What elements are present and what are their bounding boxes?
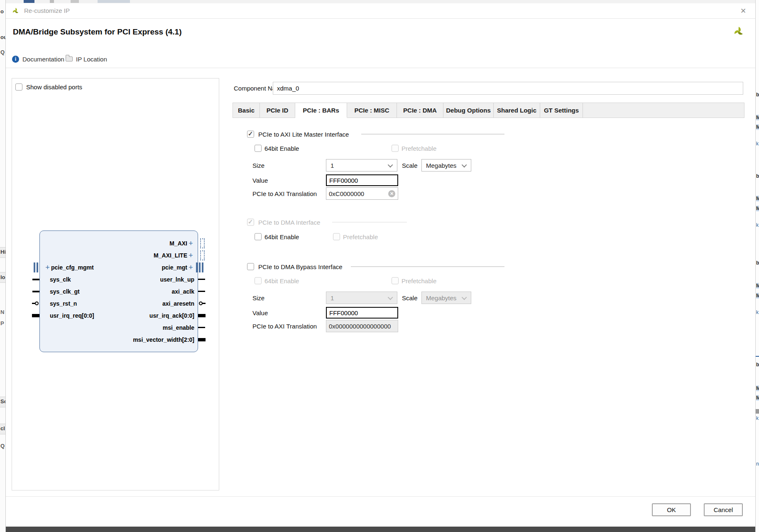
dma-bypass-size-dropdown: 1 [326, 292, 397, 304]
ip-location-button[interactable]: IP Location [66, 54, 107, 64]
ip-block-symbol: + pcie_cfg_mgmt sys_clk sys_clk_gt sys_r… [39, 230, 198, 352]
tab-debug-options[interactable]: Debug Options [443, 103, 494, 118]
component-name-input[interactable] [273, 82, 743, 95]
axi-lite-flags-row: 64bit Enable Prefetchable [233, 142, 744, 154]
axi-lite-64bit-label: 64bit Enable [264, 145, 299, 152]
page-title: DMA/Bridge Subsystem for PCI Express (4.… [13, 27, 182, 37]
close-icon[interactable]: ✕ [738, 6, 749, 16]
show-disabled-ports-checkbox[interactable] [15, 83, 22, 91]
expand-plus-icon[interactable]: + [187, 252, 194, 259]
background-text-fragment: M_ [756, 385, 759, 391]
port-label: sys_clk [50, 276, 71, 283]
dma-bypass-translation-input [326, 320, 398, 332]
tab-basic[interactable]: Basic [233, 103, 260, 118]
background-text-fragment: Hi [0, 249, 6, 255]
tab-pcie-dma[interactable]: PCIe : DMA [397, 103, 443, 118]
interface-pin-icon [34, 262, 39, 274]
dma-bypass-value-input[interactable] [326, 307, 398, 319]
port-label: usr_irq_req[0:0] [50, 312, 94, 319]
axi-lite-translation-input[interactable]: 0xC0000000 ✕ [326, 187, 398, 200]
size-label: Size [252, 294, 264, 302]
interface-pin-icon [196, 262, 205, 274]
dma-64bit-label: 64bit Enable [264, 233, 299, 240]
port-row: usr_irq_ack[0:0] [149, 311, 198, 320]
value-label: Value [252, 177, 268, 184]
port-row: usr_irq_req[0:0] [40, 311, 94, 320]
tab-pcie-id[interactable]: PCIe ID [260, 103, 295, 118]
dma-bypass-prefetchable-checkbox [392, 277, 399, 284]
background-text-fragment: M_ [756, 115, 759, 120]
tab-pcie-bars[interactable]: PCIe : BARs [295, 103, 347, 118]
pcie-to-axi-translation-label: PCIe to AXI Translation [252, 323, 317, 330]
section-rule [351, 267, 504, 267]
port-label: axi_aresetn [162, 300, 194, 307]
tab-gt-settings[interactable]: GT Settings [540, 103, 583, 118]
background-text-fragment: k [756, 309, 759, 315]
dma-bypass-enable-checkbox[interactable] [247, 263, 254, 270]
port-label: axi_aclk [172, 288, 195, 295]
size-value: 1 [331, 294, 334, 302]
axi-lite-section-header: PCIe to AXI Lite Master Interface [233, 128, 744, 140]
clear-icon[interactable]: ✕ [388, 190, 395, 197]
axi-lite-value-input[interactable] [326, 174, 398, 186]
bus-pin-icon [32, 314, 39, 317]
background-text-fragment: n[ [756, 461, 759, 467]
dma-section-title: PCIe to DMA Interface [258, 219, 320, 226]
chevron-down-icon [388, 294, 393, 300]
info-icon: i [12, 56, 19, 63]
port-label: M_AXI [169, 240, 187, 247]
xilinx-logo-icon [732, 25, 745, 38]
show-disabled-ports-row: Show disabled ports [15, 83, 82, 91]
clock-pin-icon [32, 279, 39, 280]
scale-value: Megabytes [426, 162, 456, 169]
port-label: pcie_cfg_mgmt [51, 264, 94, 271]
dma-bypass-64bit-checkbox [255, 277, 262, 284]
background-window-bottom-strip [6, 527, 759, 532]
port-label: msi_vector_width[2:0] [133, 336, 194, 343]
port-row: axi_aresetn [162, 299, 198, 308]
chevron-down-icon [388, 162, 393, 167]
background-window-right-strip: bl M_ M_ k bl M_ M_ k bl M_ M_ k bl M_ M… [755, 0, 759, 532]
wire-pin-icon [198, 279, 205, 280]
expand-plus-icon[interactable]: + [187, 264, 194, 271]
dma-bypass-size-row: Size 1 Scale Megabytes [233, 292, 744, 304]
dma-bypass-prefetchable-label: Prefetchable [402, 277, 436, 284]
documentation-label: Documentation [22, 56, 64, 63]
background-window-top-strip [6, 0, 755, 3]
dma-bypass-section-title: PCIe to DMA Bypass Interface [258, 263, 343, 270]
axi-lite-size-dropdown[interactable]: 1 [326, 159, 397, 172]
pcie-bars-tab-panel: PCIe to AXI Lite Master Interface 64bit … [233, 118, 744, 490]
port-label: pcie_mgt [162, 264, 187, 271]
documentation-button[interactable]: i Documentation [12, 54, 64, 64]
tab-shared-logic[interactable]: Shared Logic [494, 103, 540, 118]
background-fragment [98, 0, 130, 3]
axi-lite-64bit-checkbox[interactable] [255, 145, 262, 152]
background-window-left-strip: o ou Q Hi lo N P So cl Q [0, 0, 6, 532]
dma-64bit-checkbox[interactable] [255, 233, 262, 240]
background-fragment [71, 0, 79, 3]
background-text-fragment: ou [0, 34, 6, 40]
port-label: msi_enable [163, 324, 194, 331]
expand-plus-icon[interactable]: + [44, 264, 51, 271]
tab-pcie-misc[interactable]: PCIe : MISC [347, 103, 397, 118]
axi-lite-enable-checkbox[interactable] [247, 131, 254, 138]
header-separator [6, 68, 755, 68]
wire-pin-icon [198, 327, 205, 328]
footer-separator [6, 496, 755, 497]
port-label: usr_irq_ack[0:0] [149, 312, 194, 319]
cancel-button[interactable]: Cancel [704, 503, 743, 516]
axi-lite-scale-dropdown[interactable]: Megabytes [421, 159, 471, 172]
folder-icon [66, 56, 73, 61]
ok-button[interactable]: OK [652, 503, 691, 516]
pcie-to-axi-translation-label: PCIe to AXI Translation [252, 190, 317, 197]
background-text-fragment: k [756, 141, 759, 147]
dma-enable-checkbox [247, 219, 254, 226]
port-row: axi_aclk [172, 287, 198, 296]
chevron-down-icon [462, 294, 467, 300]
dma-prefetchable-checkbox [333, 233, 340, 240]
expand-plus-icon[interactable]: + [187, 240, 194, 247]
ip-location-label: IP Location [76, 56, 107, 63]
background-text-fragment: lo [0, 274, 5, 280]
interface-unconnected-pin-icon [200, 250, 205, 260]
clock-pin-icon [32, 291, 39, 292]
